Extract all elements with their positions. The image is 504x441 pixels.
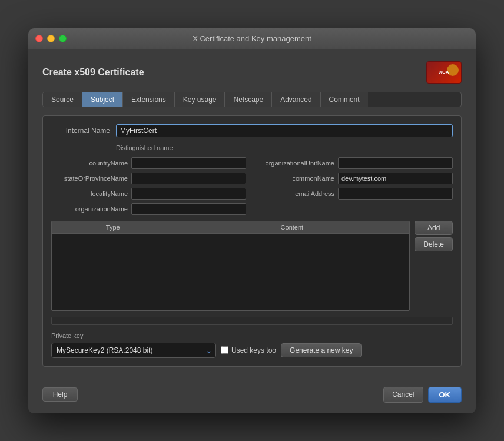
dn-state-row: stateOrProvinceName	[51, 173, 246, 184]
delete-button[interactable]: Delete	[415, 237, 453, 251]
tab-key-usage[interactable]: Key usage	[175, 92, 226, 107]
dn-org-label: organizationName	[51, 205, 128, 213]
dialog-header: Create x509 Certificate XCA	[42, 61, 462, 84]
dn-state-label: stateOrProvinceName	[51, 175, 128, 182]
traffic-lights	[35, 35, 67, 42]
dn-fields-grid: countryName organizationalUnitName state…	[51, 157, 453, 215]
dialog-footer: Help Cancel OK	[28, 379, 476, 413]
private-key-section: Private key MySecureKey2 (RSA:2048 bit) …	[51, 332, 453, 358]
dn-email-row: emailAddress	[258, 188, 453, 200]
table-header: Type Content	[52, 221, 409, 234]
internal-name-row: Internal Name	[51, 124, 453, 137]
dn-org-row: organizationName	[51, 203, 246, 215]
table-buttons: Add Delete	[415, 221, 453, 311]
dn-ou-input[interactable]	[338, 157, 453, 169]
dn-table: Type Content	[51, 221, 410, 311]
footer-actions: Cancel OK	[383, 387, 462, 403]
dn-cn-input[interactable]	[338, 173, 453, 184]
dn-state-input[interactable]	[131, 173, 246, 184]
dn-ou-label: organizationalUnitName	[258, 160, 334, 167]
dialog-content: Create x509 Certificate XCA Source Subje…	[28, 49, 476, 379]
window-title: X Certificate and Key management	[193, 34, 311, 43]
minimize-button[interactable]	[47, 35, 55, 42]
internal-name-input[interactable]	[116, 124, 453, 137]
add-button[interactable]: Add	[415, 221, 453, 235]
help-button[interactable]: Help	[42, 387, 78, 402]
maximize-button[interactable]	[59, 35, 67, 42]
dn-cn-row: commonName	[258, 173, 453, 184]
close-button[interactable]	[35, 35, 43, 42]
table-scrollbar[interactable]	[51, 317, 453, 325]
dn-locality-label: localityName	[51, 190, 128, 197]
dn-ou-row: organizationalUnitName	[258, 157, 453, 169]
private-key-select-wrapper: MySecureKey2 (RSA:2048 bit) ⌄	[51, 343, 216, 358]
app-logo: XCA	[426, 61, 462, 84]
titlebar: X Certificate and Key management	[28, 28, 476, 49]
dn-org-input[interactable]	[131, 203, 246, 215]
dn-cn-label: commonName	[258, 175, 334, 182]
used-keys-label[interactable]: Used keys too	[231, 346, 276, 354]
dialog-title: Create x509 Certificate	[42, 67, 144, 78]
dn-table-area: Type Content Add Delete	[51, 221, 453, 311]
col-content-header: Content	[174, 221, 409, 233]
ok-button[interactable]: OK	[428, 387, 462, 403]
dn-locality-input[interactable]	[131, 188, 246, 200]
private-key-row: MySecureKey2 (RSA:2048 bit) ⌄ Used keys …	[51, 343, 453, 358]
dn-country-input[interactable]	[131, 157, 246, 169]
generate-key-button[interactable]: Generate a new key	[281, 343, 362, 357]
tab-bar: Source Subject Extensions Key usage Nets…	[42, 92, 462, 107]
tab-advanced[interactable]: Advanced	[272, 92, 320, 107]
main-window: X Certificate and Key management Create …	[28, 28, 476, 413]
tab-extensions[interactable]: Extensions	[123, 92, 175, 107]
tab-source[interactable]: Source	[43, 92, 82, 107]
dn-country-label: countryName	[51, 160, 128, 167]
col-type-header: Type	[52, 221, 174, 233]
tab-comment[interactable]: Comment	[321, 92, 368, 107]
dn-email-input[interactable]	[338, 188, 453, 200]
used-keys-checkbox[interactable]	[221, 346, 228, 354]
private-key-label: Private key	[51, 332, 453, 339]
tab-netscape[interactable]: Netscape	[225, 92, 272, 107]
dn-country-row: countryName	[51, 157, 246, 169]
distinguished-name-label: Distinguished name	[116, 144, 173, 151]
dn-email-label: emailAddress	[258, 190, 334, 197]
dn-locality-row: localityName	[51, 188, 246, 200]
subject-form: Internal Name Distinguished name country…	[42, 115, 462, 367]
cancel-button[interactable]: Cancel	[383, 387, 423, 403]
internal-name-label: Internal Name	[51, 127, 116, 135]
used-keys-checkbox-row: Used keys too	[221, 346, 276, 354]
private-key-select[interactable]: MySecureKey2 (RSA:2048 bit)	[51, 343, 216, 358]
table-body[interactable]	[52, 234, 409, 310]
tab-subject[interactable]: Subject	[82, 92, 123, 107]
